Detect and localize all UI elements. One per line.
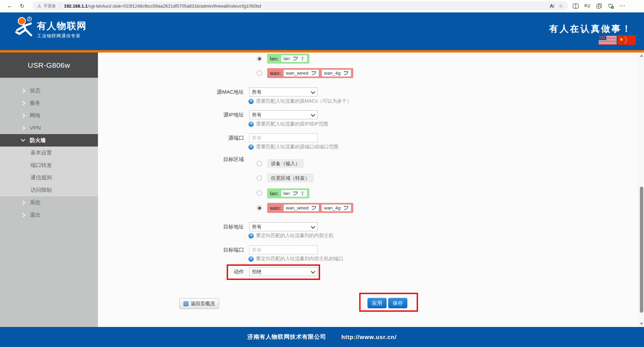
address-bar[interactable]: ⚠ 不安全 192.168.1.1/cgi-bin/luci/;stok=023… [33, 1, 568, 10]
footer-company: 济南有人物联网技术有限公司 [247, 333, 326, 341]
src-port-label: 源端口 [98, 133, 244, 142]
dest-zone-any-radio[interactable] [257, 176, 262, 181]
dest-port-input[interactable] [249, 245, 318, 254]
sidebar-item-vpn[interactable]: VPN [0, 122, 98, 134]
dest-zone-lan-radio[interactable] [257, 190, 262, 196]
network-box-wan-wired: wan_wired: [283, 69, 319, 77]
sidebar-item-status[interactable]: 状态 [0, 84, 98, 97]
chevron-right-icon [21, 126, 25, 130]
sidebar-item-port-forwarding[interactable]: 端口转发 [0, 159, 98, 171]
browser-reload-icon[interactable]: ↻ [17, 1, 27, 10]
dest-port-help: ? 重定向匹配的入站流量到内部主机的端口 [248, 256, 343, 262]
sidebar-item-access-restriction[interactable]: 访问限制 [0, 184, 98, 196]
scrollbar-thumb[interactable] [640, 187, 643, 313]
screen: ← ↻ ⚠ 不安全 192.168.1.1/cgi-bin/luci/;stok… [0, 0, 644, 347]
help-icon: ? [248, 122, 254, 127]
ethernet-icon [343, 71, 349, 75]
source-zone-lan-radio[interactable] [257, 56, 262, 61]
dest-zone-device-tag: 设备（输入） [267, 159, 304, 168]
dest-zone-any-tag: 任意区域（转发） [267, 174, 314, 182]
site-header: R 有人物联网 工业物联网通信专家 有人在认真做事！ [0, 12, 644, 50]
source-zone-lan-tag: lan: lan: [267, 54, 309, 64]
svg-text:★: ★ [624, 42, 626, 44]
favorites-bar-icon[interactable] [583, 1, 591, 10]
dest-zone-device-radio[interactable] [257, 161, 262, 166]
address-divider [60, 3, 60, 9]
back-arrow-icon: ← [183, 301, 189, 306]
src-mac-select-wrap: 所有 [249, 87, 318, 96]
dest-port-label: 目标端口 [98, 245, 244, 254]
svg-text:R: R [28, 17, 30, 21]
zone-name: lan: [270, 191, 279, 196]
browser-menu-icon[interactable]: ··· [619, 1, 626, 10]
sidebar-item-network[interactable]: 网络 [0, 109, 98, 122]
firewall-rule-form: lan: lan: wan: wan_wired: wan_4g: 源MAC地址… [98, 53, 638, 327]
dest-zone-wan-radio[interactable] [257, 205, 262, 210]
read-aloud-icon[interactable]: A) [547, 1, 556, 10]
chevron-right-icon [21, 88, 25, 93]
sidebar-item-traffic-rules[interactable]: 通信规则 [0, 171, 98, 184]
apply-button[interactable]: 应用 [368, 298, 387, 308]
cn-flag-icon[interactable]: ★ ★ ★ ★ ★ [618, 35, 636, 45]
footer-website-link[interactable]: http://www.usr.cn/ [342, 334, 397, 340]
zone-name: wan: [270, 71, 281, 76]
split-screen-icon[interactable] [572, 1, 579, 10]
brand-subtitle: 工业物联网通信专家 [37, 33, 81, 39]
browser-essentials-icon[interactable] [607, 1, 615, 10]
page-scrollbar[interactable] [638, 53, 644, 327]
sidebar-item-firewall[interactable]: 防火墙 [0, 134, 98, 147]
ethernet-icon [293, 56, 298, 61]
us-flag-icon[interactable] [599, 35, 617, 45]
browser-back-icon[interactable]: ← [5, 1, 15, 10]
device-name: USR-G806w [0, 53, 98, 78]
src-mac-help: ? 需要匹配入站流量的源MACs（可以为多个） [248, 99, 352, 104]
brand-title: 有人物联网 [37, 20, 87, 32]
sidebar-item-system[interactable]: 系统 [0, 196, 98, 209]
scroll-down-icon[interactable] [640, 323, 643, 325]
url-text[interactable]: 192.168.1.1/cgi-bin/luci/;stok=023f1248c… [64, 3, 547, 9]
source-zone-wan-tag: wan: wan_wired: wan_4g: [267, 68, 353, 78]
wifi-icon [300, 191, 305, 196]
network-box-wan-4g: wan_4g: [321, 69, 351, 77]
src-ip-help: ? 需要匹配入站流量的源IP或IP范围 [248, 121, 328, 127]
sidebar-item-services[interactable]: 服务 [0, 97, 98, 109]
src-port-input[interactable] [249, 133, 318, 142]
sidebar-item-basic-settings[interactable]: 基本设置 [0, 147, 98, 159]
src-mac-select[interactable]: 所有 [249, 87, 318, 96]
svg-text:★: ★ [619, 36, 624, 42]
back-to-overview-button[interactable]: ← 返回至概况 [179, 298, 219, 309]
dest-ip-label: 目标地址 [98, 222, 244, 231]
action-select[interactable]: 拒绝 [249, 267, 318, 276]
header-slogan: 有人在认真做事！ [549, 23, 632, 35]
dest-ip-select[interactable]: 所有 [249, 222, 318, 231]
source-zone-wan-radio[interactable] [257, 71, 262, 76]
chevron-right-icon [21, 101, 25, 105]
wifi-icon [300, 56, 305, 61]
save-button[interactable]: 保存 [388, 298, 407, 308]
zone-name: lan: [270, 56, 279, 62]
ethernet-icon [343, 206, 349, 210]
help-icon: ? [248, 99, 254, 104]
help-icon: ? [248, 144, 254, 150]
collections-icon[interactable] [595, 1, 603, 10]
accent-divider [0, 50, 644, 53]
usr-logo-icon: R [13, 16, 36, 38]
scroll-up-icon[interactable] [640, 55, 643, 57]
network-box-wan-4g: wan_4g: [321, 204, 351, 212]
sidebar-item-logout[interactable]: 退出 [0, 209, 98, 221]
ethernet-icon [311, 206, 317, 210]
src-ip-select[interactable]: 所有 [249, 110, 318, 119]
sidebar: USR-G806w 状态 服务 网络 VPN 防火墙 基本设置 端口转发 通信规… [0, 53, 98, 327]
not-secure-label[interactable]: 不安全 [44, 3, 56, 9]
dest-ip-help: ? 重定向匹配的入站流量到的内部主机 [248, 233, 334, 238]
favorite-star-icon[interactable]: ☆ [556, 1, 565, 10]
dest-zone-wan-tag: wan: wan_wired: wan_4g: [267, 203, 353, 213]
language-flags: ★ ★ ★ ★ ★ [599, 35, 636, 45]
action-label: 动作 [98, 267, 244, 276]
network-box-lan: lan: [281, 190, 307, 197]
network-box-wan-wired: wan_wired: [283, 204, 319, 212]
chevron-right-icon [21, 200, 25, 205]
ethernet-icon [311, 71, 317, 75]
zone-name: wan: [270, 205, 281, 211]
ethernet-icon [293, 191, 298, 196]
